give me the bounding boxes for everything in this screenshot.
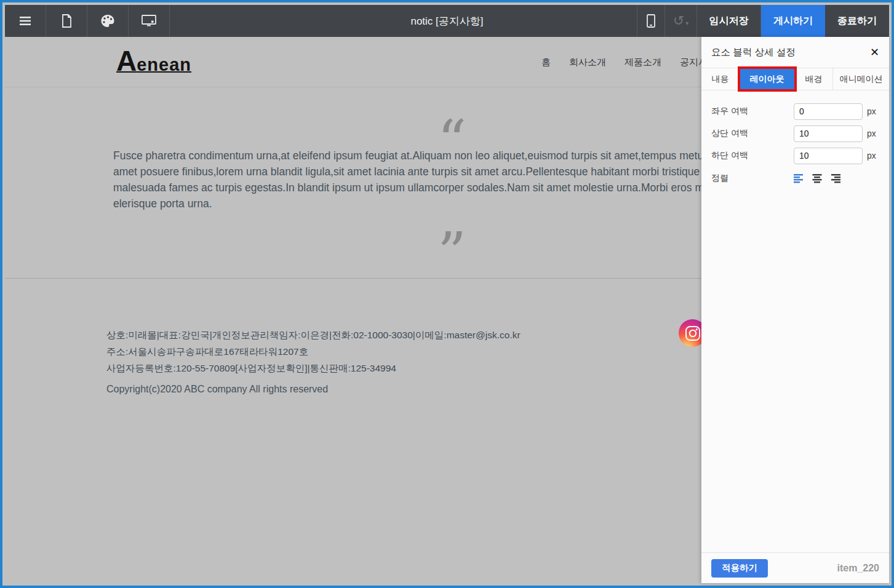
palette-icon [100,14,115,28]
footer-line: 상호:미래몰|대표:강민국|개인정보관리책임자:이은경|전화:02-1000-3… [106,327,521,343]
unit-label: px [867,129,876,138]
undo-icon: ↺ [673,13,684,29]
tab-content[interactable]: 내용 [701,68,740,90]
apply-button[interactable]: 적용하기 [711,559,768,578]
panel-title: 요소 블럭 상세 설정 [711,46,870,59]
toolbar-right-group: ↺ ▾ 임시저장 게시하기 종료하기 [637,5,889,37]
temp-save-button[interactable]: 임시저장 [697,5,761,37]
field-label: 좌우 여백 [711,106,794,117]
tab-animation[interactable]: 애니메이션 [833,68,889,90]
panel-footer: 적용하기 item_220 [701,552,889,583]
instagram-icon [685,325,701,341]
field-row-top-margin: 상단 여백 px [711,125,882,142]
nav-item-product[interactable]: 제품소개 [625,57,661,68]
tab-background[interactable]: 배경 [795,68,833,90]
align-right-button[interactable] [829,174,840,183]
horizontal-margin-input[interactable] [794,103,863,120]
detail-settings-panel: 요소 블럭 상세 설정 ✕ 내용 레이아웃 배경 애니메이션 좌우 여백 px … [701,37,889,583]
caret-down-icon: ▾ [685,20,688,26]
mobile-preview-button[interactable] [637,5,665,37]
design-button[interactable] [87,5,129,37]
close-icon: ✕ [870,46,879,58]
menu-button[interactable] [5,5,46,37]
unit-label: px [867,106,876,116]
top-toolbar: notic [공지사항] ↺ ▾ 임시저장 게시하기 종료하기 [5,5,889,37]
field-label: 정렬 [711,173,794,184]
field-label: 상단 여백 [711,128,794,139]
align-group [794,174,840,183]
editor-window: notic [공지사항] ↺ ▾ 임시저장 게시하기 종료하기 Aenean 홈… [0,0,894,588]
site-logo[interactable]: Aenean [116,44,191,77]
align-center-icon [812,174,823,183]
copyright-text: Copyright(c)2020 ABC company All rights … [106,384,328,395]
top-margin-input[interactable] [794,125,863,142]
publish-button[interactable]: 게시하기 [761,5,825,37]
field-row-align: 정렬 [711,170,882,187]
exit-button[interactable]: 종료하기 [825,5,889,37]
screen-button[interactable] [129,5,170,37]
unit-label: px [867,151,876,161]
field-label: 하단 여백 [711,150,794,161]
close-panel-button[interactable]: ✕ [870,46,879,59]
logo-initial: A [116,45,137,77]
tab-layout[interactable]: 레이아웃 [740,68,795,90]
panel-header: 요소 블럭 상세 설정 ✕ [701,37,889,68]
hamburger-icon [18,15,32,26]
logo-rest: enean [137,55,191,74]
panel-tabs: 내용 레이아웃 배경 애니메이션 [701,68,889,90]
bottom-margin-input[interactable] [794,148,863,164]
field-row-horizontal-margin: 좌우 여백 px [711,103,882,120]
align-right-icon [829,174,840,183]
field-row-bottom-margin: 하단 여백 px [711,147,882,164]
monitor-icon [141,14,157,28]
align-center-button[interactable] [812,174,823,183]
undo-button[interactable]: ↺ ▾ [665,5,697,37]
footer-line: 주소:서울시송파구송파대로167태라타워1207호 [106,343,521,360]
site-nav: 홈 회사소개 제품소개 공지사항 [541,57,717,68]
site-footer-info: 상호:미래몰|대표:강민국|개인정보관리책임자:이은경|전화:02-1000-3… [106,327,521,376]
align-left-button[interactable] [794,174,805,183]
item-id-label: item_220 [768,563,879,574]
footer-line: 사업자등록번호:120-55-70809[사업자정보확인]|통신판매:125-3… [106,360,521,376]
align-left-icon [794,174,805,183]
page-button[interactable] [46,5,87,37]
document-icon [60,14,73,28]
nav-item-home[interactable]: 홈 [541,57,551,68]
nav-item-company[interactable]: 회사소개 [569,57,606,68]
smartphone-icon [646,14,656,28]
